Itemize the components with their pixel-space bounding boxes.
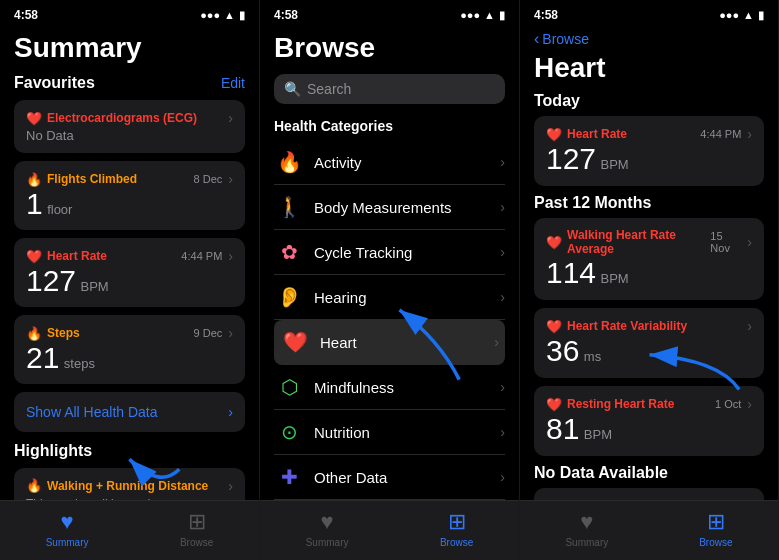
steps-value: 21 [26,341,59,374]
battery-icon: ▮ [239,9,245,22]
walking-highlight-card[interactable]: 🔥 Walking + Running Distance This year's… [14,468,245,500]
tab-bar-2: ♥ Summary ⊞ Browse [260,500,519,560]
search-icon: 🔍 [284,81,301,97]
hr-value-row: 127 BPM [26,264,233,297]
edit-button[interactable]: Edit [221,75,245,91]
browse-item-body[interactable]: 🚶 Body Measurements › [274,185,505,230]
hr-title-row: ❤️ Heart Rate [26,249,107,264]
resting-hr-date: 1 Oct [715,398,741,410]
ecg-chevron-icon: › [228,110,233,126]
hrv-unit: ms [584,349,601,364]
summary-title: Summary [14,32,245,64]
walking-hr-chevron-icon: › [747,234,752,250]
status-time-3: 4:58 [534,8,558,22]
status-bar-1: 4:58 ●●● ▲ ▮ [0,0,259,26]
other-chevron-icon: › [500,469,505,485]
heart-label: Heart [320,334,494,351]
status-icons-1: ●●● ▲ ▮ [200,9,245,22]
resting-hr-heart-icon: ❤️ [546,397,562,412]
summary-icon-2: ♥ [321,509,334,535]
walking-chevron-icon: › [228,478,233,494]
ecg-heart-icon: ❤️ [26,111,42,126]
browse-item-activity[interactable]: 🔥 Activity › [274,140,505,185]
hearing-label: Hearing [314,289,500,306]
hrv-chevron-icon: › [747,318,752,334]
resting-hr-title: ❤️ Resting Heart Rate [546,397,674,412]
show-all-button[interactable]: Show All Health Data › [14,392,245,432]
steps-fire-icon: 🔥 [26,326,42,341]
browse-item-mindfulness[interactable]: ⬡ Mindfulness › [274,365,505,410]
today-hr-time: 4:44 PM [700,128,741,140]
steps-unit: steps [64,356,95,371]
hr-heart-icon: ❤️ [26,249,42,264]
battery-icon-3: ▮ [758,9,764,22]
steps-card[interactable]: 🔥 Steps 9 Dec › 21 steps [14,315,245,384]
browse-item-nutrition[interactable]: ⊙ Nutrition › [274,410,505,455]
resting-hr-chevron-icon: › [747,396,752,412]
flights-chevron-icon: › [228,171,233,187]
mindfulness-icon: ⬡ [274,375,304,399]
walking-hr-card[interactable]: ❤️ Walking Heart Rate Average 15 Nov › 1… [534,218,764,300]
status-time-1: 4:58 [14,8,38,22]
back-button[interactable]: ‹ Browse [534,30,764,48]
flights-title-row: 🔥 Flights Climbed [26,172,137,187]
steps-title: Steps [47,326,80,340]
resting-hr-value: 81 [546,412,579,445]
flights-card[interactable]: 🔥 Flights Climbed 8 Dec › 1 floor [14,161,245,230]
battery-icon-2: ▮ [499,9,505,22]
favourites-header: Favourites Edit [14,74,245,92]
today-hr-name: Heart Rate [567,127,627,141]
activity-label: Activity [314,154,500,171]
wifi-icon-3: ▲ [743,9,754,21]
browse-item-hearing[interactable]: 👂 Hearing › [274,275,505,320]
signal-icon: ●●● [200,9,220,21]
ecg-no-data: No Data [26,128,233,143]
flights-title: Flights Climbed [47,172,137,186]
back-chevron-icon: ‹ [534,30,539,48]
walking-hr-heart-icon: ❤️ [546,235,562,250]
today-hr-value: 127 [546,142,596,175]
steps-title-row: 🔥 Steps [26,326,80,341]
hrv-value-row: 36 ms [546,334,752,368]
tab-browse-2[interactable]: ⊞ Browse [440,509,473,548]
tab-summary-1[interactable]: ♥ Summary [46,509,89,548]
tab-browse-3[interactable]: ⊞ Browse [699,509,732,548]
ecg-card[interactable]: ❤️ Electrocardiograms (ECG) › No Data [14,100,245,153]
flights-value-row: 1 floor [26,187,233,220]
today-hr-card[interactable]: ❤️ Heart Rate 4:44 PM › 127 BPM [534,116,764,186]
past12-label: Past 12 Months [534,194,764,212]
no-data-section: No Data Available Blood Pressure › [534,464,764,500]
steps-value-row: 21 steps [26,341,233,374]
search-bar[interactable]: 🔍 Search [274,74,505,104]
highlights-title: Highlights [14,442,245,460]
hr-title: Heart Rate [47,249,107,263]
show-all-label: Show All Health Data [26,404,158,420]
cycle-chevron-icon: › [500,244,505,260]
browse-item-other[interactable]: ✚ Other Data › [274,455,505,500]
walking-hr-unit: BPM [601,271,629,286]
resting-hr-card[interactable]: ❤️ Resting Heart Rate 1 Oct › 81 BPM [534,386,764,456]
tab-browse-1[interactable]: ⊞ Browse [180,509,213,548]
hearing-icon: 👂 [274,285,304,309]
walking-title-row: 🔥 Walking + Running Distance [26,478,228,493]
browse-item-heart[interactable]: ❤️ Heart › [274,320,505,365]
other-label: Other Data [314,469,500,486]
walking-hr-name: Walking Heart Rate Average [567,228,710,256]
signal-icon-3: ●●● [719,9,739,21]
favourites-label: Favourites [14,74,95,92]
browse-item-cycle[interactable]: ✿ Cycle Tracking › [274,230,505,275]
heart-rate-card[interactable]: ❤️ Heart Rate 4:44 PM › 127 BPM [14,238,245,307]
tab-summary-2[interactable]: ♥ Summary [306,509,349,548]
show-all-chevron-icon: › [228,404,233,420]
tab-summary-3[interactable]: ♥ Summary [565,509,608,548]
cycle-icon: ✿ [274,240,304,264]
today-hr-chevron-icon: › [747,126,752,142]
hrv-card[interactable]: ❤️ Heart Rate Variability › 36 ms [534,308,764,378]
today-hr-title: ❤️ Heart Rate [546,127,627,142]
tab-summary-label-2: Summary [306,537,349,548]
search-placeholder: Search [307,81,351,97]
body-icon: 🚶 [274,195,304,219]
nutrition-icon: ⊙ [274,420,304,444]
blood-pressure-item[interactable]: Blood Pressure › [534,488,764,500]
mindfulness-label: Mindfulness [314,379,500,396]
